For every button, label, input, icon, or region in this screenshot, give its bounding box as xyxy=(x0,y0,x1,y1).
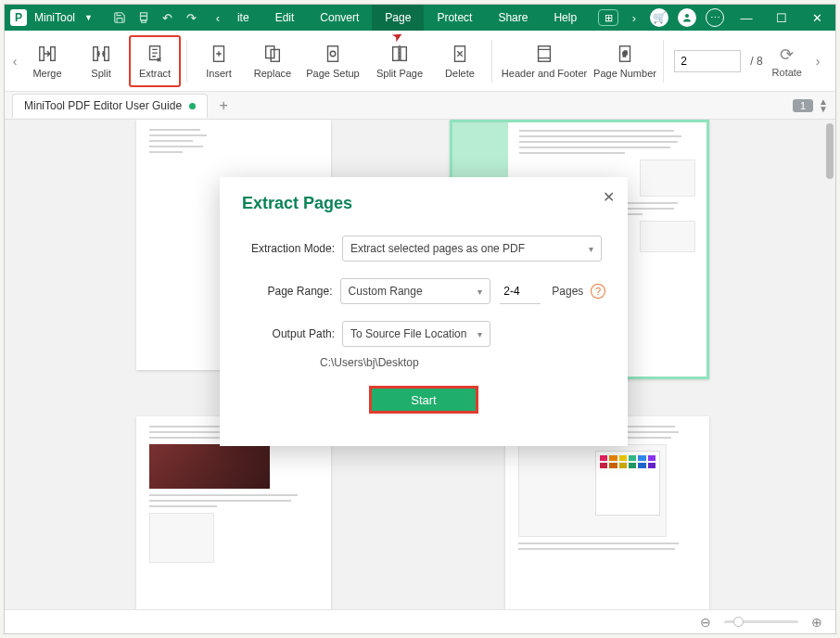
svg-rect-4 xyxy=(40,46,45,60)
zoom-slider[interactable] xyxy=(724,620,798,623)
page-setup-button[interactable]: Page Setup xyxy=(300,35,365,87)
menu-item-convert[interactable]: Convert xyxy=(307,5,372,31)
output-path-display: C:\Users\bj\Desktop xyxy=(320,356,605,369)
page-range-label: Page Range: xyxy=(242,285,340,298)
merge-label: Merge xyxy=(32,68,61,79)
extract-label: Extract xyxy=(139,68,171,79)
vertical-scrollbar[interactable] xyxy=(826,123,834,585)
document-tab-title: MiniTool PDF Editor User Guide xyxy=(24,99,182,112)
dialog-title: Extract Pages xyxy=(242,194,605,213)
app-logo: P xyxy=(10,9,27,26)
replace-button[interactable]: Replace xyxy=(247,35,299,87)
account-icon[interactable] xyxy=(678,8,696,27)
page-range-select[interactable]: Custom Range xyxy=(340,278,491,304)
svg-rect-2 xyxy=(142,20,146,22)
svg-text:#: # xyxy=(623,49,628,57)
output-path-label: Output Path: xyxy=(242,327,342,340)
delete-button[interactable]: Delete xyxy=(434,35,486,87)
zoom-slider-thumb[interactable] xyxy=(733,617,744,627)
close-button[interactable]: ✕ xyxy=(804,5,830,31)
rotate-icon: ⟳ xyxy=(780,45,794,65)
menu-item-page[interactable]: Page ➤ xyxy=(372,5,424,31)
minimize-button[interactable]: — xyxy=(733,5,759,31)
svg-rect-17 xyxy=(539,45,551,61)
svg-rect-5 xyxy=(51,46,56,60)
svg-rect-1 xyxy=(140,13,146,17)
app-window: P MiniTool ▼ ↶ ↷ ‹ ite Edit Convert Page… xyxy=(4,4,836,634)
menu-item-protect[interactable]: Protect xyxy=(424,5,485,31)
zoom-in-button[interactable]: ⊕ xyxy=(811,615,822,630)
ribbon-scroll-right-icon[interactable]: › xyxy=(811,54,824,69)
feedback-icon[interactable]: ⋯ xyxy=(706,8,724,27)
help-icon[interactable]: ? xyxy=(591,284,605,299)
brand-dropdown-icon[interactable]: ▼ xyxy=(84,13,93,22)
svg-rect-15 xyxy=(401,46,406,60)
ribbon-scroll-left-icon[interactable]: ‹ xyxy=(8,54,21,69)
statusbar: ⊖ ⊕ xyxy=(5,609,835,633)
zoom-out-button[interactable]: ⊖ xyxy=(700,615,711,630)
svg-point-13 xyxy=(330,51,336,57)
header-footer-button[interactable]: Header and Footer xyxy=(498,35,591,87)
svg-rect-12 xyxy=(328,45,338,61)
extraction-mode-select[interactable]: Extract selected pages as one PDF xyxy=(342,236,602,262)
document-tabbar: MiniTool PDF Editor User Guide + 1 ▲▼ xyxy=(5,92,835,120)
redo-icon[interactable]: ↷ xyxy=(185,11,198,24)
menu-scroll-right-icon[interactable]: › xyxy=(628,11,641,24)
brand-name: MiniTool xyxy=(34,11,75,24)
ribbon: ‹ Merge Split Extract Insert Rep xyxy=(5,31,835,92)
page-current-input[interactable] xyxy=(674,50,741,72)
apps-icon[interactable]: ⊞ xyxy=(598,9,618,26)
page-stepper[interactable]: ▲▼ xyxy=(819,98,828,113)
maximize-button[interactable]: ☐ xyxy=(769,5,795,31)
extraction-mode-label: Extraction Mode: xyxy=(242,242,342,255)
cart-icon[interactable]: 🛒 xyxy=(650,8,668,27)
page-range-input[interactable] xyxy=(500,278,541,304)
svg-rect-14 xyxy=(393,46,399,60)
svg-rect-11 xyxy=(271,49,279,61)
merge-button[interactable]: Merge xyxy=(21,35,73,87)
rotate-button[interactable]: ⟳ Rotate xyxy=(772,45,802,78)
main-menu: ‹ ite Edit Convert Page ➤ Protect Share … xyxy=(211,5,590,31)
extract-pages-dialog: ✕ Extract Pages Extraction Mode: Extract… xyxy=(220,177,628,446)
insert-button[interactable]: Insert xyxy=(193,35,245,87)
split-button[interactable]: Split xyxy=(75,35,127,87)
scrollbar-thumb[interactable] xyxy=(826,123,834,179)
unsaved-dot-icon xyxy=(189,103,196,109)
pages-suffix-label: Pages xyxy=(552,285,583,298)
print-icon[interactable] xyxy=(137,11,150,24)
titlebar: P MiniTool ▼ ↶ ↷ ‹ ite Edit Convert Page… xyxy=(5,5,835,31)
split-label: Split xyxy=(91,68,110,79)
page-badge: 1 xyxy=(793,99,813,112)
svg-rect-10 xyxy=(266,45,274,57)
menu-item-help[interactable]: Help xyxy=(541,5,590,31)
menu-item-0[interactable]: ite xyxy=(224,5,262,31)
document-tab[interactable]: MiniTool PDF Editor User Guide xyxy=(12,94,208,118)
extract-button[interactable]: Extract xyxy=(129,35,181,87)
start-button[interactable]: Start xyxy=(369,386,478,414)
output-path-select[interactable]: To Source File Location xyxy=(342,321,490,347)
add-tab-button[interactable]: + xyxy=(215,97,232,114)
page-number-button[interactable]: # Page Number xyxy=(592,35,657,87)
undo-icon[interactable]: ↶ xyxy=(161,11,174,24)
page-total-label: / 8 xyxy=(750,55,762,68)
split-page-button[interactable]: Split Page xyxy=(367,35,432,87)
save-icon[interactable] xyxy=(113,11,126,24)
svg-rect-0 xyxy=(140,16,146,20)
dialog-close-button[interactable]: ✕ xyxy=(603,188,615,206)
svg-point-3 xyxy=(685,14,689,18)
menu-item-edit[interactable]: Edit xyxy=(262,5,308,31)
menu-scroll-left-icon[interactable]: ‹ xyxy=(211,11,224,24)
menu-item-share[interactable]: Share xyxy=(485,5,541,31)
